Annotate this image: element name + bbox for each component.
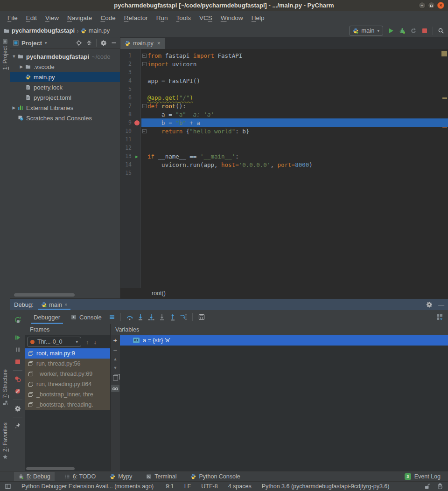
tab-debugger[interactable]: Debugger [30, 310, 64, 324]
evaluate-expression-button[interactable] [198, 313, 205, 321]
tree-item-poetry-lock[interactable]: poetry.lock [10, 82, 120, 92]
tree-item--vscode[interactable]: ▶.vscode [10, 62, 120, 72]
pause-button[interactable] [14, 346, 21, 353]
sidebar-item-favorites[interactable]: 2: Favorites [0, 422, 10, 460]
gear-icon[interactable] [14, 405, 21, 412]
frame-row[interactable]: _worker, thread.py:69 [25, 369, 110, 379]
step-into-my-code-button[interactable] [147, 313, 155, 321]
thread-selector[interactable]: Thr...-0_0 ▾ [27, 337, 81, 347]
menu-file[interactable]: File [4, 13, 21, 23]
toggle-toolwindows-icon[interactable] [5, 483, 11, 490]
breadcrumb-function[interactable]: root() [152, 290, 166, 297]
unlock-icon[interactable] [424, 483, 430, 490]
move-down-icon[interactable]: ▼ [113, 366, 118, 370]
code-line-12[interactable]: 12 [120, 144, 448, 152]
tab-console[interactable]: Console [67, 310, 105, 324]
run-button[interactable] [388, 28, 394, 34]
debug-session-tab[interactable]: main × [38, 299, 70, 310]
toolwindow-tab--todo[interactable]: 6: TODO [60, 472, 100, 481]
code-line-6[interactable]: 6@app.get("/") [120, 93, 448, 102]
chevron-right-icon[interactable]: ▶ [18, 64, 25, 69]
code-editor-area[interactable]: 1−from fastapi import FastAPI2−import uv… [120, 49, 448, 288]
chevron-down-icon[interactable]: ▾ [45, 41, 47, 45]
stop-button[interactable] [421, 28, 428, 34]
pin-icon[interactable] [14, 422, 21, 429]
next-frame-icon[interactable]: ↓ [94, 339, 97, 346]
frame-row[interactable]: run, thread.py:56 [25, 359, 110, 369]
layout-settings-icon[interactable] [436, 313, 443, 321]
project-panel-title[interactable]: Project [21, 40, 42, 47]
sidebar-item-project[interactable]: 1: Project [0, 39, 10, 70]
editor-tab-mainpy[interactable]: main.py × [120, 38, 165, 49]
code-line-7[interactable]: 7−def root(): [120, 102, 448, 110]
step-over-button[interactable] [126, 313, 133, 321]
code-line-13[interactable]: 13▶if __name__ == '__main__': [120, 152, 448, 160]
view-breakpoints-button[interactable] [14, 376, 21, 382]
tree-item-pycharmdebugfastapi[interactable]: ▼pycharmdebugfastapi~/code [10, 51, 120, 62]
close-icon[interactable]: × [157, 40, 161, 47]
step-into-button[interactable] [137, 313, 144, 321]
fold-icon[interactable]: − [142, 104, 147, 108]
close-icon[interactable]: × [64, 302, 67, 307]
chevron-down-icon[interactable]: ▼ [10, 54, 18, 59]
collapse-all-icon[interactable] [86, 40, 92, 46]
code-line-11[interactable]: 11 [120, 135, 448, 144]
step-out-button[interactable] [169, 313, 176, 321]
toolwindow-tab-mypy[interactable]: Mypy [105, 472, 136, 481]
status-item-0[interactable]: Python Debugger Extension Avail... (mome… [21, 483, 154, 490]
fold-icon[interactable]: − [142, 129, 147, 133]
layout-options-icon[interactable] [109, 314, 115, 320]
status-item-4[interactable]: 4 spaces [228, 483, 252, 490]
code-line-3[interactable]: 3 [120, 68, 448, 76]
titlebar[interactable]: pycharmdebugfastapi [~/code/pycharmdebug… [0, 0, 448, 11]
user-hat-icon[interactable] [437, 483, 443, 490]
gear-icon[interactable] [100, 40, 107, 46]
hide-panel-icon[interactable]: — [438, 301, 444, 308]
menu-window[interactable]: Window [217, 13, 247, 23]
frame-row[interactable]: root, main.py:9 [25, 348, 110, 359]
debug-button[interactable] [399, 28, 406, 34]
frames-hscrollbar[interactable] [26, 467, 75, 470]
toolwindow-tab-terminal[interactable]: Terminal [142, 472, 181, 481]
gear-icon[interactable] [426, 301, 433, 308]
code-line-15[interactable]: 15 [120, 169, 448, 177]
frame-row[interactable]: _bootstrap, threading. [25, 400, 110, 410]
maximize-button[interactable] [428, 2, 435, 9]
search-everywhere-icon[interactable] [438, 28, 444, 34]
menu-edit[interactable]: Edit [22, 13, 41, 23]
run-gutter-icon[interactable]: ▶ [135, 154, 138, 159]
menu-help[interactable]: Help [248, 13, 268, 23]
code-line-14[interactable]: 14 uvicorn.run(app, host='0.0.0.0', port… [120, 160, 448, 169]
tree-item-main-py[interactable]: main.py [10, 72, 120, 82]
code-line-9[interactable]: 9 b = "b" + a [120, 118, 448, 127]
status-item-2[interactable]: LF [184, 483, 191, 490]
rerun-button[interactable] [14, 316, 21, 324]
fold-icon[interactable]: − [142, 54, 147, 58]
code-line-8[interactable]: 8 a = "a" a: 'a' [120, 110, 448, 118]
status-item-5[interactable]: Python 3.6 (pycharmdebugfastapi-9cdjtyrg… [262, 483, 390, 490]
menu-view[interactable]: View [42, 13, 63, 23]
code-line-5[interactable]: 5 [120, 85, 448, 93]
frame-row[interactable]: _bootstrap_inner, thre [25, 389, 110, 400]
event-log-button[interactable]: 3 Event Log [405, 473, 441, 480]
status-item-3[interactable]: UTF-8 [201, 483, 217, 490]
toolwindow-tab--debug[interactable]: 5: Debug [14, 472, 55, 481]
sidebar-item-structure[interactable]: 7: Structure [0, 369, 10, 405]
previous-frame-icon[interactable]: ↑ [86, 339, 89, 346]
variable-row[interactable]: 01a = {str} 'a' [120, 335, 448, 346]
resume-button[interactable] [14, 334, 21, 341]
duplicate-icon[interactable] [113, 375, 118, 380]
breadcrumb-project[interactable]: pycharmdebugfastapi [4, 27, 75, 34]
menu-refactor[interactable]: Refactor [120, 13, 152, 23]
force-step-into-button[interactable] [158, 313, 166, 321]
run-configuration-selector[interactable]: main ▾ [349, 26, 383, 36]
stop-debug-button[interactable] [14, 359, 21, 365]
add-watch-button[interactable]: + [113, 337, 118, 344]
mute-breakpoints-button[interactable] [14, 388, 21, 394]
menu-navigate[interactable]: Navigate [63, 13, 96, 23]
tree-item-pyproject-toml[interactable]: pyproject.toml [10, 92, 120, 103]
menu-code[interactable]: Code [97, 13, 119, 23]
show-watches-button[interactable] [111, 385, 119, 392]
hide-panel-icon[interactable] [111, 40, 117, 46]
breadcrumb-file[interactable]: main.py [81, 27, 110, 34]
